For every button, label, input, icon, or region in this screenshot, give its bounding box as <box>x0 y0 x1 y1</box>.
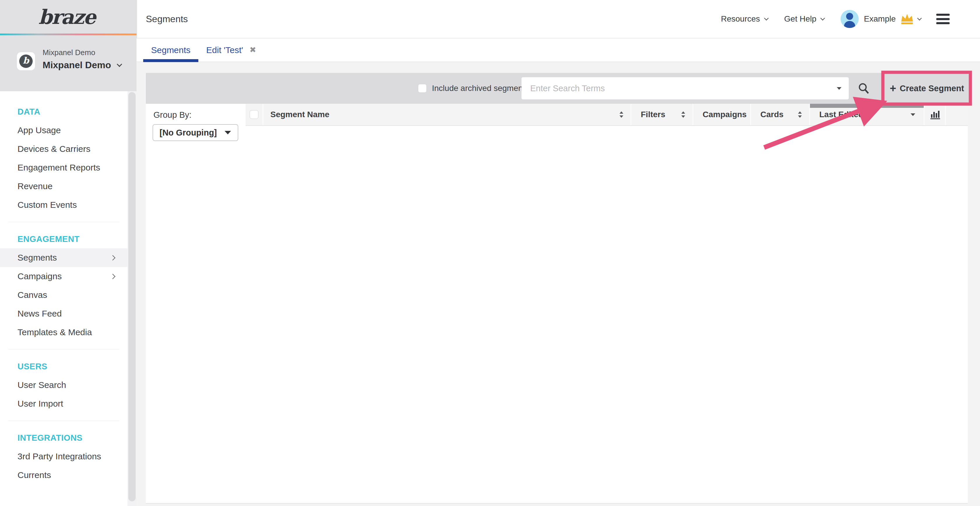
search-input[interactable] <box>522 77 849 99</box>
workspace-avatar: b <box>17 52 35 70</box>
bar-chart-icon <box>929 109 940 119</box>
column-spare <box>945 104 968 125</box>
sidebar-item-campaigns[interactable]: Campaigns <box>0 267 127 286</box>
sidebar-section-engagement: ENGAGEMENT <box>0 230 127 248</box>
search-dropdown-caret-icon[interactable] <box>837 87 842 90</box>
sidebar-item-custom-events[interactable]: Custom Events <box>0 195 127 214</box>
column-analytics[interactable] <box>924 104 945 125</box>
workspace-avatar-letter: b <box>23 56 29 66</box>
include-archived-label[interactable]: Include archived segments <box>432 73 529 104</box>
search-icon[interactable] <box>858 82 870 94</box>
chevron-right-icon <box>110 274 115 279</box>
close-icon[interactable]: ✖ <box>250 46 256 54</box>
top-bar: Segments Resources Get Help Example <box>137 0 980 38</box>
braze-dashboard: braze b Mixpanel Demo Mixpanel Demo DATA… <box>0 0 980 506</box>
chevron-down-icon <box>764 16 768 21</box>
sidebar-section-data: DATA <box>0 102 127 121</box>
sidebar-item-segments[interactable]: Segments <box>0 248 127 267</box>
column-cards[interactable]: Cards <box>750 104 809 125</box>
resources-label: Resources <box>721 14 760 24</box>
group-by-select[interactable]: [No Grouping] <box>153 124 238 141</box>
sidebar-section-users: USERS <box>0 357 127 376</box>
avatar-head <box>846 13 853 20</box>
chevron-down-icon <box>117 62 122 67</box>
crown-icon <box>900 13 914 24</box>
sidebar-item-currents[interactable]: Currents <box>0 466 127 484</box>
sidebar-item-user-import[interactable]: User Import <box>0 394 127 413</box>
column-campaigns[interactable]: Campaigns <box>692 104 750 125</box>
sidebar-section-integrations: INTEGRATIONS <box>0 428 127 447</box>
braze-logo[interactable]: braze <box>38 5 98 29</box>
tab-segments[interactable]: Segments <box>143 38 198 62</box>
tab-edit-test[interactable]: Edit 'Test' ✖ <box>198 38 264 62</box>
avatar-body <box>844 21 855 28</box>
sidebar-scrollbar-track[interactable] <box>127 91 137 506</box>
sidebar-item-news-feed[interactable]: News Feed <box>0 304 127 323</box>
sidebar-item-app-usage[interactable]: App Usage <box>0 121 127 140</box>
column-last-edited[interactable]: Last Edited <box>809 104 924 125</box>
group-by-panel: Group By: [No Grouping] <box>146 104 246 504</box>
page-title: Segments <box>146 0 188 38</box>
sidebar-item-3rd-party-integrations[interactable]: 3rd Party Integrations <box>0 447 127 466</box>
tab-label: Segments <box>151 45 191 55</box>
tab-label: Edit 'Test' <box>206 45 243 55</box>
sidebar-item-revenue[interactable]: Revenue <box>0 177 127 195</box>
resources-menu[interactable]: Resources <box>721 14 768 24</box>
column-filters[interactable]: Filters <box>631 104 692 125</box>
sort-icon[interactable] <box>798 111 802 119</box>
sidebar-item-templates-media[interactable]: Templates & Media <box>0 323 127 342</box>
segments-table-header: Segment Name Filters Campaigns Cards <box>246 104 968 126</box>
select-all-cell <box>246 104 262 125</box>
select-all-checkbox[interactable] <box>250 110 258 119</box>
column-label: Cards <box>760 110 783 119</box>
group-by-label: Group By: <box>153 110 192 120</box>
workspace-label: Mixpanel Demo <box>43 48 95 57</box>
chevron-right-icon <box>110 255 115 260</box>
dropdown-caret-icon <box>224 130 231 135</box>
sidebar-item-label: Segments <box>18 253 57 262</box>
sort-icon[interactable] <box>681 111 686 119</box>
hamburger-menu-icon[interactable] <box>936 14 950 24</box>
user-avatar[interactable] <box>841 10 859 28</box>
sidebar-item-canvas[interactable]: Canvas <box>0 286 127 304</box>
column-label: Campaigns <box>703 110 747 119</box>
sidebar-item-engagement-reports[interactable]: Engagement Reports <box>0 158 127 177</box>
workspace-switcher[interactable]: b Mixpanel Demo Mixpanel Demo <box>0 35 137 91</box>
get-help-label: Get Help <box>784 14 817 24</box>
create-segment-label: Create Segment <box>900 84 964 93</box>
sidebar-item-label: Campaigns <box>18 271 62 281</box>
sidebar-item-user-search[interactable]: User Search <box>0 376 127 394</box>
sidebar-logo-block: braze <box>0 0 137 33</box>
sidebar-scrollbar-thumb[interactable] <box>128 92 135 501</box>
chevron-down-icon[interactable] <box>917 16 922 21</box>
include-archived-checkbox[interactable] <box>418 84 427 93</box>
create-segment-button[interactable]: + Create Segment <box>885 75 969 102</box>
sort-icon[interactable] <box>619 111 624 119</box>
get-help-menu[interactable]: Get Help <box>784 14 824 24</box>
sidebar-divider <box>8 222 119 222</box>
workspace-avatar-circle: b <box>19 54 33 68</box>
segments-toolbar: Include archived segments + Create Segme… <box>146 73 968 104</box>
column-segment-name[interactable]: Segment Name <box>262 104 631 125</box>
sidebar-item-devices-carriers[interactable]: Devices & Carriers <box>0 140 127 158</box>
account-name: Example <box>864 14 896 24</box>
group-by-value: [No Grouping] <box>159 128 217 138</box>
plus-icon: + <box>889 83 896 94</box>
column-label: Filters <box>641 110 665 119</box>
column-label: Segment Name <box>270 110 329 119</box>
column-dropdown-caret-icon[interactable] <box>910 113 916 116</box>
tab-bar: Segments Edit 'Test' ✖ <box>137 38 980 62</box>
segments-table-body <box>246 126 968 504</box>
workspace-name: Mixpanel Demo <box>43 60 111 71</box>
chevron-down-icon <box>821 16 825 21</box>
column-label: Last Edited <box>819 110 863 119</box>
sidebar-divider <box>8 420 119 421</box>
sidebar-nav: DATA App Usage Devices & Carriers Engage… <box>0 91 127 506</box>
